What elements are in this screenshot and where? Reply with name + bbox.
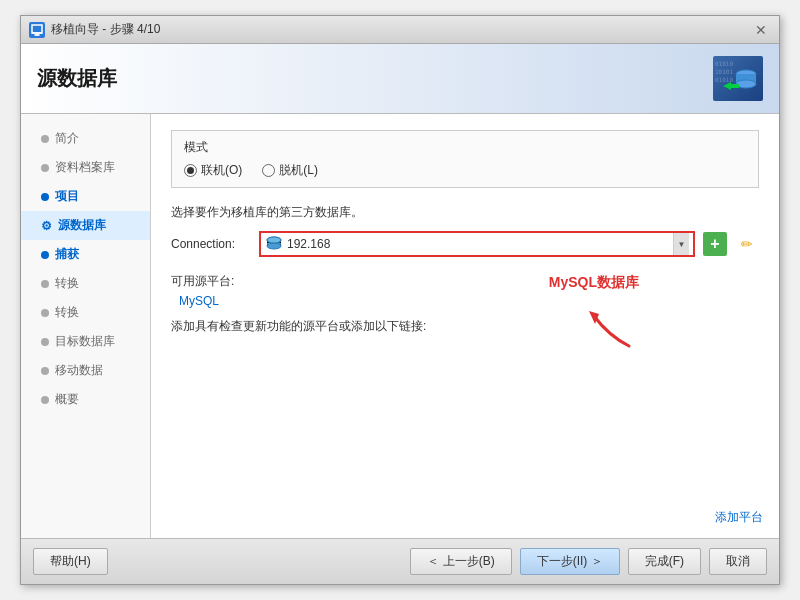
connection-db-icon	[265, 235, 283, 253]
svg-rect-0	[32, 25, 42, 33]
edit-connection-button[interactable]: ✏	[735, 232, 759, 256]
title-bar-left: 移植向导 - 步骤 4/10	[29, 21, 160, 38]
sidebar-dot	[41, 164, 49, 172]
sidebar: 简介 资料档案库 项目 ⚙ 源数据库 捕获 转换	[21, 114, 151, 538]
sidebar-item-archive[interactable]: 资料档案库	[21, 153, 150, 182]
finish-button[interactable]: 完成(F)	[628, 548, 701, 575]
sidebar-item-intro[interactable]: 简介	[21, 124, 150, 153]
connection-row: Connection: 192.168 ▼ + ✏	[171, 231, 759, 257]
annotation-arrow	[579, 296, 639, 356]
main-panel: 模式 联机(O) 脱机(L) 选择要作为移植库的第三方数据库。 Connecti…	[151, 114, 779, 538]
svg-text:01010: 01010	[715, 60, 733, 67]
title-bar: 移植向导 - 步骤 4/10 ✕	[21, 16, 779, 44]
sidebar-dot	[41, 280, 49, 288]
sidebar-item-convert1[interactable]: 转换	[21, 269, 150, 298]
svg-point-2	[34, 34, 40, 36]
connection-value: 192.168	[287, 237, 673, 251]
cancel-button[interactable]: 取消	[709, 548, 767, 575]
main-window: 移植向导 - 步骤 4/10 ✕ 源数据库 01010 10101 01010	[20, 15, 780, 585]
sidebar-item-project[interactable]: 项目	[21, 182, 150, 211]
page-title: 源数据库	[37, 65, 117, 92]
footer: 帮助(H) ＜ 上一步(B) 下一步(II) ＞ 完成(F) 取消	[21, 538, 779, 584]
sidebar-label-archive: 资料档案库	[55, 159, 115, 176]
sidebar-label-intro: 简介	[55, 130, 79, 147]
sidebar-label-source-db: 源数据库	[58, 217, 106, 234]
sidebar-dot	[41, 367, 49, 375]
platform-title: 可用源平台:	[171, 273, 759, 290]
radio-offline[interactable]: 脱机(L)	[262, 162, 318, 179]
combo-dropdown-arrow[interactable]: ▼	[673, 233, 689, 255]
svg-text:10101: 10101	[715, 68, 733, 75]
sidebar-item-migrate[interactable]: 移动数据	[21, 356, 150, 385]
sidebar-label-migrate: 移动数据	[55, 362, 103, 379]
add-link-text: 添加具有检查更新功能的源平台或添加以下链接:	[171, 318, 759, 335]
description-text: 选择要作为移植库的第三方数据库。	[171, 204, 759, 221]
radio-offline-circle[interactable]	[262, 164, 275, 177]
prev-button[interactable]: ＜ 上一步(B)	[410, 548, 511, 575]
svg-point-15	[267, 237, 281, 243]
sidebar-dot	[41, 309, 49, 317]
sidebar-dot	[41, 135, 49, 143]
add-connection-button[interactable]: +	[703, 232, 727, 256]
header-icon: 01010 10101 01010	[713, 56, 763, 101]
sidebar-label-project: 项目	[55, 188, 79, 205]
connection-label: Connection:	[171, 237, 251, 251]
available-platforms: 可用源平台: MySQL	[171, 273, 759, 308]
sidebar-item-convert2[interactable]: 转换	[21, 298, 150, 327]
header-section: 源数据库 01010 10101 01010	[21, 44, 779, 114]
radio-online[interactable]: 联机(O)	[184, 162, 242, 179]
next-button[interactable]: 下一步(II) ＞	[520, 548, 620, 575]
radio-group: 联机(O) 脱机(L)	[184, 162, 746, 179]
sidebar-item-source-db[interactable]: ⚙ 源数据库	[21, 211, 150, 240]
footer-right: ＜ 上一步(B) 下一步(II) ＞ 完成(F) 取消	[410, 548, 767, 575]
sidebar-label-convert1: 转换	[55, 275, 79, 292]
app-icon	[29, 22, 45, 38]
sidebar-item-target-db[interactable]: 目标数据库	[21, 327, 150, 356]
svg-rect-11	[731, 84, 739, 88]
sidebar-dot-blue	[41, 193, 49, 201]
sidebar-item-capture[interactable]: 捕获	[21, 240, 150, 269]
svg-point-14	[267, 243, 281, 249]
sidebar-label-target-db: 目标数据库	[55, 333, 115, 350]
annotation-container: MySQL数据库	[549, 274, 639, 356]
window-title: 移植向导 - 步骤 4/10	[51, 21, 160, 38]
radio-offline-label: 脱机(L)	[279, 162, 318, 179]
sidebar-label-convert2: 转换	[55, 304, 79, 321]
sidebar-dot	[41, 338, 49, 346]
mode-label: 模式	[184, 139, 746, 156]
sidebar-label-overview: 概要	[55, 391, 79, 408]
close-button[interactable]: ✕	[751, 20, 771, 40]
svg-text:01010: 01010	[715, 76, 733, 83]
sidebar-label-capture: 捕获	[55, 246, 79, 263]
mode-section: 模式 联机(O) 脱机(L)	[171, 130, 759, 188]
connection-combo[interactable]: 192.168 ▼	[259, 231, 695, 257]
content-area: 简介 资料档案库 项目 ⚙ 源数据库 捕获 转换	[21, 114, 779, 538]
add-platform-link[interactable]: 添加平台	[715, 509, 763, 526]
platform-mysql: MySQL	[171, 294, 759, 308]
sidebar-dot-blue2	[41, 251, 49, 259]
annotation-text: MySQL数据库	[549, 274, 639, 292]
help-button[interactable]: 帮助(H)	[33, 548, 108, 575]
sidebar-item-overview[interactable]: 概要	[21, 385, 150, 414]
radio-online-circle[interactable]	[184, 164, 197, 177]
sidebar-icon-gear: ⚙	[41, 219, 52, 233]
radio-online-label: 联机(O)	[201, 162, 242, 179]
footer-left: 帮助(H)	[33, 548, 108, 575]
sidebar-dot	[41, 396, 49, 404]
